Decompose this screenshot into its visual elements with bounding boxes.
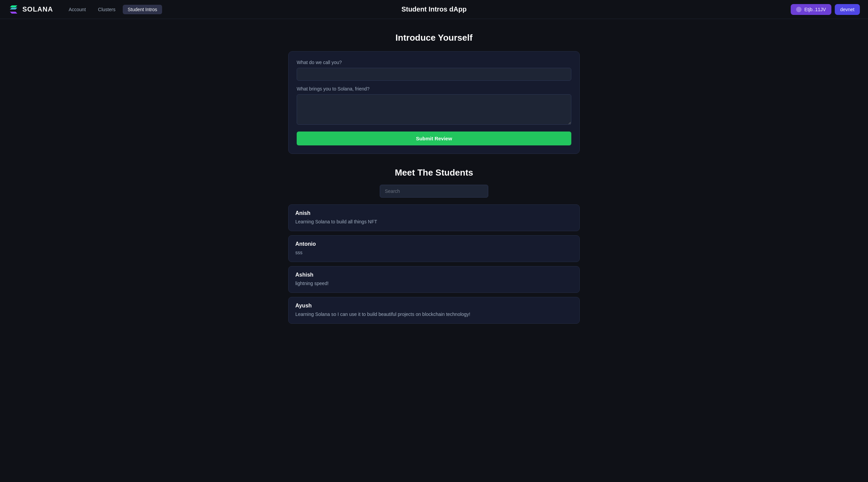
- submit-review-button[interactable]: Submit Review: [297, 132, 571, 145]
- wallet-address-button[interactable]: Etjb..11JV: [791, 4, 831, 15]
- wallet-network-label: devnet: [840, 7, 854, 12]
- student-description: lightning speed!: [295, 280, 573, 287]
- students-section-title: Meet The Students: [288, 167, 580, 178]
- nav-links: Account Clusters Student Intros: [64, 5, 162, 14]
- student-card: AnishLearning Solana to build all things…: [288, 204, 580, 231]
- introduce-form-card: What do we call you? What brings you to …: [288, 51, 580, 154]
- logo: SOLANA: [8, 5, 53, 14]
- logo-text: SOLANA: [22, 5, 53, 13]
- student-list: AnishLearning Solana to build all things…: [288, 204, 580, 324]
- student-name: Ayush: [295, 303, 573, 309]
- name-label: What do we call you?: [297, 60, 571, 65]
- student-name: Anish: [295, 210, 573, 216]
- student-name: Ashish: [295, 272, 573, 278]
- student-description: sss: [295, 249, 573, 256]
- nav-clusters[interactable]: Clusters: [93, 5, 120, 14]
- introduce-section-title: Introduce Yourself: [288, 33, 580, 43]
- nav-student-intros[interactable]: Student Intros: [123, 5, 162, 14]
- nav-account[interactable]: Account: [64, 5, 91, 14]
- wallet-address-label: Etjb..11JV: [804, 7, 826, 12]
- student-card: AyushLearning Solana so I can use it to …: [288, 297, 580, 324]
- navbar: SOLANA Account Clusters Student Intros S…: [0, 0, 868, 19]
- student-card: Ashishlightning speed!: [288, 266, 580, 293]
- name-input[interactable]: [297, 68, 571, 81]
- wallet-icon: [796, 7, 802, 12]
- solana-logo-icon: [8, 5, 19, 14]
- student-description: Learning Solana to build all things NFT: [295, 218, 573, 225]
- wallet-network-button[interactable]: devnet: [835, 4, 860, 15]
- student-card: Antoniosss: [288, 235, 580, 262]
- search-input[interactable]: [380, 185, 488, 198]
- student-description: Learning Solana so I can use it to build…: [295, 311, 573, 318]
- main-content: Introduce Yourself What do we call you? …: [281, 19, 587, 337]
- nav-right: Etjb..11JV devnet: [791, 4, 860, 15]
- page-title: Student Intros dApp: [401, 5, 467, 13]
- student-name: Antonio: [295, 241, 573, 247]
- message-textarea[interactable]: [297, 94, 571, 125]
- message-label: What brings you to Solana, friend?: [297, 86, 571, 92]
